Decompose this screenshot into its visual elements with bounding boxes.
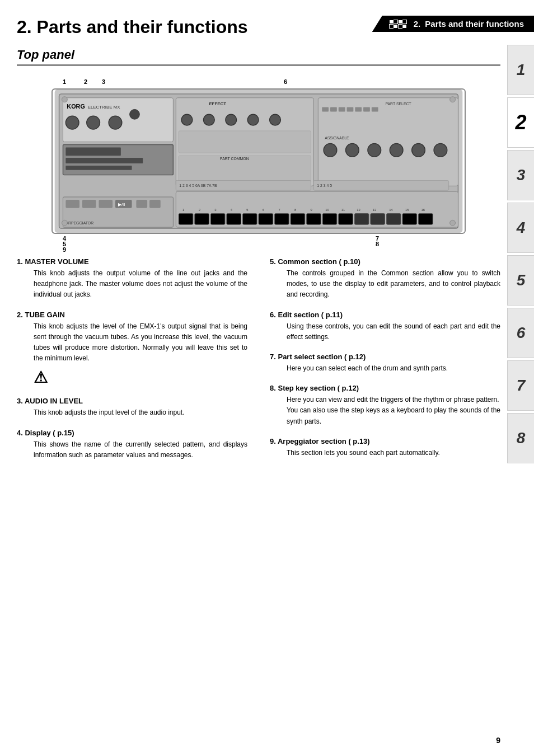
svg-rect-61 (371, 214, 385, 225)
item-3-title: 3. AUDIO IN LEVEL (17, 397, 247, 405)
item-3-body: This knob adjusts the input level of the… (17, 407, 247, 418)
tab-1[interactable]: 1 (507, 45, 534, 95)
svg-rect-64 (419, 214, 433, 225)
tab-2[interactable]: 2 (507, 97, 534, 148)
item-7-body: Here you can select each of the drum and… (270, 363, 500, 374)
header-title: Parts and their functions (425, 19, 524, 29)
svg-point-24 (181, 114, 193, 125)
section-title: Top panel (17, 48, 500, 66)
right-column: 5. Common section ( p.10) The controls g… (270, 257, 500, 471)
svg-rect-20 (149, 200, 161, 208)
svg-text:13: 13 (373, 208, 377, 212)
svg-point-45 (390, 143, 403, 157)
item-2: 2. TUBE GAIN This knob adjusts the level… (17, 311, 247, 387)
svg-point-7 (109, 116, 122, 129)
svg-rect-57 (307, 214, 321, 225)
svg-text:10: 10 (325, 208, 329, 212)
svg-text:ELECTRIBE MX: ELECTRIBE MX (88, 105, 120, 110)
tab-3[interactable]: 3 (507, 150, 534, 200)
svg-text:12: 12 (357, 208, 360, 212)
svg-point-8 (130, 109, 140, 119)
svg-rect-16 (99, 200, 113, 208)
svg-point-46 (412, 143, 425, 157)
item-2-title: 2. TUBE GAIN (17, 311, 247, 319)
tab-7[interactable]: 7 (507, 360, 534, 411)
svg-text:KORG: KORG (67, 103, 85, 110)
warning-icon: ⚠ (34, 368, 247, 387)
svg-rect-54 (259, 214, 273, 225)
svg-rect-58 (322, 214, 337, 225)
diagram-label-1: 1 (63, 78, 66, 85)
tab-6[interactable]: 6 (507, 308, 534, 358)
chapter-header: 2. Parts and their functions (372, 16, 534, 32)
svg-point-42 (324, 143, 337, 157)
svg-text:▶/II: ▶/II (118, 202, 125, 207)
svg-text:15: 15 (405, 208, 409, 212)
svg-text:ARPEGGIATOR: ARPEGGIATOR (65, 221, 93, 225)
checker-cell (394, 24, 398, 29)
item-1: 1. MASTER VOLUME This knob adjusts the o… (17, 257, 247, 300)
svg-point-44 (368, 143, 381, 157)
tab-8[interactable]: 8 (507, 413, 534, 463)
item-6-body: Using these controls, you can edit the s… (270, 321, 500, 342)
svg-rect-34 (322, 107, 329, 112)
checker-cell (389, 24, 394, 29)
checker-cell (402, 24, 407, 29)
svg-text:11: 11 (341, 208, 345, 212)
svg-point-26 (226, 114, 237, 125)
svg-text:16: 16 (421, 208, 425, 212)
svg-text:ASSIGNABLE: ASSIGNABLE (325, 136, 349, 140)
svg-text:PART SELECT: PART SELECT (385, 102, 411, 106)
svg-rect-15 (82, 200, 96, 208)
checker-cell (398, 24, 402, 29)
svg-rect-55 (275, 214, 289, 225)
svg-rect-56 (291, 214, 305, 225)
item-6-title: 6. Edit section ( p.11) (270, 311, 500, 319)
svg-point-5 (65, 116, 79, 129)
main-content: 2. Parts and their functions Top panel 1… (17, 0, 500, 471)
svg-point-27 (247, 114, 259, 125)
svg-text:2: 2 (199, 208, 200, 212)
svg-rect-39 (363, 107, 370, 112)
tab-5[interactable]: 5 (507, 255, 534, 306)
item-9: 9. Arpeggiator section ( p.13) This sect… (270, 437, 500, 458)
item-7: 7. Part select section ( p.12) Here you … (270, 353, 500, 374)
checker-cell (402, 20, 407, 24)
device-svg: KORG ELECTRIBE MX ▶/II ARPEGGIATOR (51, 88, 466, 234)
item-4-title: 4. Display ( p.15) (17, 429, 247, 437)
svg-text:14: 14 (389, 208, 393, 212)
tab-4[interactable]: 4 (507, 203, 534, 253)
svg-rect-50 (195, 214, 209, 225)
svg-rect-10 (65, 147, 120, 156)
diagram-label-2: 2 (84, 78, 87, 85)
svg-rect-40 (372, 107, 378, 112)
svg-rect-38 (355, 107, 362, 112)
item-5-title: 5. Common section ( p.10) (270, 257, 500, 266)
svg-text:EFFECT: EFFECT (209, 101, 226, 106)
checker-cell (389, 20, 394, 24)
device-diagram: 1 2 3 6 KORG ELECTRIBE MX (51, 77, 466, 246)
item-5-body: The controls grouped in the Common secti… (270, 268, 500, 300)
header-chapter-num: 2. (414, 19, 421, 29)
svg-rect-51 (210, 214, 225, 225)
svg-rect-63 (402, 214, 417, 225)
diagram-label-8: 8 (376, 241, 379, 247)
svg-point-88 (450, 220, 456, 226)
svg-point-47 (434, 143, 447, 157)
checker-pattern (389, 20, 407, 29)
item-4-body: This shows the name of the currently sel… (17, 439, 247, 461)
diagram-label-6: 6 (284, 78, 287, 85)
svg-text:7: 7 (278, 208, 280, 212)
item-5: 5. Common section ( p.10) The controls g… (270, 257, 500, 300)
svg-text:9: 9 (311, 208, 312, 212)
svg-point-6 (87, 116, 100, 129)
left-column: 1. MASTER VOLUME This knob adjusts the o… (17, 257, 247, 471)
svg-point-87 (62, 220, 67, 226)
item-3: 3. AUDIO IN LEVEL This knob adjusts the … (17, 397, 247, 418)
svg-rect-37 (347, 107, 354, 112)
item-8-body: Here you can view and edit the triggers … (270, 395, 500, 427)
svg-rect-36 (339, 107, 345, 112)
svg-rect-29 (179, 131, 311, 153)
chapter-tabs: 1 2 3 4 5 6 7 8 (507, 45, 534, 463)
svg-rect-59 (339, 214, 353, 225)
